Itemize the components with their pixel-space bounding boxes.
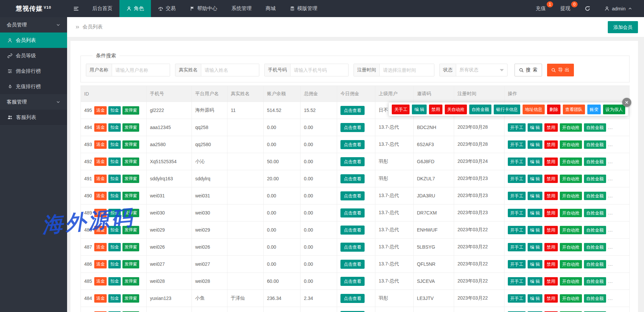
row-action-button[interactable]: 自抢金额: [584, 158, 606, 166]
view-today-commission-button[interactable]: 点击查看: [340, 311, 365, 312]
row-action-button[interactable]: 编 辑: [528, 209, 542, 217]
row-action-button[interactable]: 禁用: [544, 277, 558, 286]
row-action-button[interactable]: 编 辑: [528, 140, 542, 149]
row-action-button[interactable]: 开自动抢: [560, 158, 582, 166]
id-action-button[interactable]: 送金: [94, 260, 107, 268]
popup-action-button[interactable]: 编 辑: [412, 105, 427, 114]
export-button[interactable]: 导 出: [547, 64, 574, 76]
row-action-button[interactable]: 编 辑: [528, 158, 542, 166]
row-action-button[interactable]: 自抢金额: [584, 140, 606, 149]
id-action-button[interactable]: 扣金: [108, 209, 121, 217]
view-today-commission-button[interactable]: 点击查看: [340, 191, 365, 200]
row-action-button[interactable]: 开自动抢: [560, 192, 582, 200]
row-action-button[interactable]: 编 辑: [528, 243, 542, 251]
filter-input[interactable]: [201, 64, 259, 76]
row-action-button[interactable]: 禁用: [544, 158, 558, 166]
row-action-button[interactable]: 禁用: [544, 209, 558, 217]
id-action-button[interactable]: 发弹窗: [122, 243, 139, 251]
row-action-button[interactable]: 编 辑: [528, 260, 542, 268]
view-today-commission-button[interactable]: 点击查看: [340, 243, 365, 252]
popup-action-button[interactable]: 地址信息: [523, 105, 545, 114]
row-action-button[interactable]: 开手工: [508, 192, 526, 200]
id-action-button[interactable]: 扣金: [108, 123, 121, 132]
row-action-button[interactable]: 开自动抢: [560, 294, 582, 303]
user-menu[interactable]: admin: [597, 0, 639, 17]
row-action-button[interactable]: 编 辑: [528, 226, 542, 234]
row-action-button[interactable]: 自抢金额: [584, 294, 606, 303]
popup-action-button[interactable]: 账变: [587, 105, 601, 114]
id-action-button[interactable]: 送金: [94, 277, 107, 286]
close-icon[interactable]: [622, 98, 631, 107]
row-action-button[interactable]: 开自动抢: [560, 243, 582, 251]
sidebar-item[interactable]: 佣金排行榜: [0, 63, 67, 79]
row-action-button[interactable]: 开自动抢: [560, 277, 582, 286]
sidebar-item[interactable]: 充值排行榜: [0, 79, 67, 94]
id-action-button[interactable]: 送金: [94, 294, 107, 303]
more-actions[interactable]: ...: [608, 176, 613, 181]
row-action-button[interactable]: 自抢金额: [584, 226, 606, 234]
filter-input[interactable]: [290, 64, 348, 76]
more-actions[interactable]: ...: [608, 193, 613, 198]
row-action-button[interactable]: 禁用: [544, 260, 558, 268]
id-action-button[interactable]: 送金: [94, 158, 107, 166]
status-select[interactable]: 所有状态: [456, 64, 507, 76]
topnav-item[interactable]: 系统管理: [224, 0, 259, 17]
topnav-notify-item[interactable]: 提现0: [553, 0, 578, 17]
more-actions[interactable]: ...: [608, 278, 613, 284]
row-action-button[interactable]: 自抢金额: [584, 260, 606, 268]
topnav-item[interactable]: 后台首页: [85, 0, 119, 17]
id-action-button[interactable]: 扣金: [108, 192, 121, 200]
id-action-button[interactable]: 扣金: [108, 175, 121, 183]
row-action-button[interactable]: 开手工: [508, 260, 526, 268]
sidebar-item[interactable]: 会员列表: [0, 33, 67, 48]
row-action-button[interactable]: 禁用: [544, 243, 558, 251]
row-action-button[interactable]: 开手工: [508, 123, 526, 132]
view-today-commission-button[interactable]: 点击查看: [340, 106, 365, 115]
row-action-button[interactable]: 开手工: [508, 209, 526, 217]
row-action-button[interactable]: 开手工: [508, 158, 526, 166]
topnav-item[interactable]: 角色: [119, 0, 151, 17]
row-action-button[interactable]: 开手工: [508, 277, 526, 286]
id-action-button[interactable]: 送金: [94, 243, 107, 251]
id-action-button[interactable]: 送金: [94, 192, 107, 200]
row-action-button[interactable]: 编 辑: [528, 294, 542, 303]
more-actions[interactable]: ...: [608, 125, 613, 130]
popup-action-button[interactable]: 删除: [547, 105, 560, 114]
id-action-button[interactable]: 发弹窗: [122, 123, 139, 132]
popup-action-button[interactable]: 关自动抢: [445, 105, 467, 114]
id-action-button[interactable]: 发弹窗: [122, 294, 139, 303]
id-action-button[interactable]: 扣金: [108, 277, 121, 286]
view-today-commission-button[interactable]: 点击查看: [340, 277, 365, 286]
row-action-button[interactable]: 开自动抢: [560, 175, 582, 183]
id-action-button[interactable]: 发弹窗: [122, 209, 139, 217]
id-action-button[interactable]: 发弹窗: [122, 277, 139, 286]
sidebar-item[interactable]: 客服列表: [0, 110, 67, 125]
id-action-button[interactable]: 送金: [94, 106, 107, 115]
topnav-notify-item[interactable]: 充值1: [529, 0, 553, 17]
sidebar-group[interactable]: 客服管理: [0, 94, 67, 110]
id-action-button[interactable]: 送金: [94, 123, 107, 132]
id-action-button[interactable]: 送金: [94, 226, 107, 234]
view-today-commission-button[interactable]: 点击查看: [340, 208, 365, 217]
row-action-button[interactable]: 自抢金额: [584, 209, 606, 217]
popup-action-button[interactable]: 自抢金额: [469, 105, 491, 114]
id-action-button[interactable]: 扣金: [108, 140, 121, 149]
popup-action-button[interactable]: 设为假人: [603, 105, 625, 114]
more-actions[interactable]: ...: [608, 261, 613, 267]
id-action-button[interactable]: 扣金: [108, 158, 121, 166]
row-action-button[interactable]: 开自动抢: [560, 123, 582, 132]
menu-toggle-button[interactable]: [67, 0, 85, 17]
id-action-button[interactable]: 送金: [94, 175, 107, 183]
row-action-button[interactable]: 开自动抢: [560, 209, 582, 217]
view-today-commission-button[interactable]: 点击查看: [340, 260, 365, 269]
id-action-button[interactable]: 发弹窗: [122, 106, 139, 115]
view-today-commission-button[interactable]: 点击查看: [340, 140, 365, 149]
add-member-button[interactable]: 添加会员: [608, 21, 638, 33]
topnav-item[interactable]: 帮助中心: [183, 0, 224, 17]
view-today-commission-button[interactable]: 点击查看: [340, 157, 365, 166]
filter-input[interactable]: [380, 64, 434, 76]
row-action-button[interactable]: 开手工: [508, 294, 526, 303]
id-action-button[interactable]: 送金: [94, 209, 107, 217]
view-today-commission-button[interactable]: 点击查看: [340, 123, 365, 132]
row-action-button[interactable]: 开自动抢: [560, 260, 582, 268]
